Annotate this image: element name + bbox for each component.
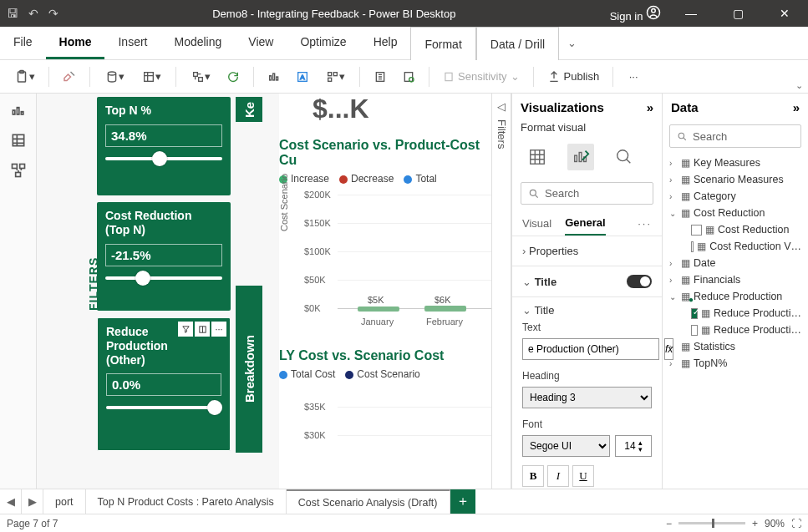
model-view-icon[interactable] [10, 162, 27, 179]
zoom-control[interactable]: − + 90% ⛶ [666, 518, 801, 529]
key-tab[interactable]: Ke [236, 97, 262, 122]
tabs-next-icon[interactable]: ▶ [22, 489, 43, 514]
more-visuals-button[interactable]: ▾ [319, 65, 351, 89]
zoom-slider[interactable] [678, 522, 745, 524]
menu-home[interactable]: Home [46, 27, 105, 59]
tab-general[interactable]: General [565, 211, 605, 236]
tab-visual[interactable]: Visual [522, 212, 551, 235]
reduceprod-title-l3: (Other) [106, 353, 221, 367]
chart1-axis: Cost Scenario $200K $150K $100K $50K $0K… [287, 190, 491, 323]
fit-page-icon[interactable]: ⛶ [791, 518, 801, 529]
report-view-icon[interactable] [10, 102, 27, 119]
menu-file[interactable]: File [0, 27, 46, 59]
title-text-input[interactable] [522, 338, 659, 360]
more-commands-button[interactable]: ··· [622, 65, 645, 89]
tabs-prev-icon[interactable]: ◀ [0, 489, 22, 514]
transform-button[interactable]: ▾ [185, 65, 216, 89]
menu-insert[interactable]: Insert [104, 27, 160, 59]
more-options-icon[interactable]: ··· [211, 322, 226, 337]
paste-button[interactable]: ▾ [8, 65, 40, 89]
text-box-button[interactable]: A [291, 65, 314, 89]
viz-search-input[interactable]: Search [521, 182, 653, 205]
viz-more-icon[interactable]: ··· [638, 217, 652, 230]
underline-button[interactable]: U [572, 465, 594, 487]
menu-modeling[interactable]: Modeling [160, 27, 235, 59]
table-view-icon[interactable] [10, 132, 27, 149]
topn-slider[interactable] [105, 157, 222, 160]
viz-subheader: Format visual [512, 121, 662, 139]
new-visual-button[interactable] [262, 65, 286, 89]
format-painter-button[interactable] [58, 65, 81, 89]
title-sub-row[interactable]: ⌄ Title [512, 297, 662, 318]
publish-button[interactable]: Publish [542, 70, 605, 84]
undo-icon[interactable]: ↶ [28, 7, 38, 20]
expand-filters-icon[interactable]: ◁ [497, 100, 506, 113]
tab-pareto[interactable]: Top N Product Costs : Pareto Analysis [86, 489, 287, 514]
tab-port[interactable]: port [43, 489, 86, 514]
redo-icon[interactable]: ↷ [48, 7, 58, 20]
get-data-button[interactable]: ▾ [99, 65, 130, 89]
font-select[interactable]: Segoe UI [522, 435, 610, 457]
collapse-viz-icon[interactable]: » [647, 100, 653, 114]
menu-datadrill[interactable]: Data / Drill [476, 27, 559, 60]
save-icon[interactable]: 🖫 [7, 7, 18, 20]
properties-row[interactable]: › Properties [512, 236, 662, 266]
viz-pane-title: Visualizations [521, 100, 604, 114]
minimize-button[interactable]: — [674, 7, 708, 20]
reduceproduction-card[interactable]: ··· Reduce Production (Other) 0.0% [97, 317, 231, 451]
bold-button[interactable]: B [522, 465, 544, 487]
node-key-measures[interactable]: ›▦Key Measures [668, 155, 803, 171]
node-cost-reduction-field[interactable]: ▦Cost Reduction [668, 221, 803, 238]
node-topn[interactable]: ›▦TopN% [668, 355, 803, 372]
node-statistics[interactable]: ›▦Statistics [668, 338, 803, 355]
menu-view[interactable]: View [235, 27, 287, 59]
filters-pane-collapsed[interactable]: ◁ Filters [491, 94, 511, 489]
node-financials[interactable]: ›▦Financials [668, 271, 803, 288]
node-date[interactable]: ›▦Date [668, 255, 803, 271]
analytics-icon[interactable] [611, 144, 638, 170]
menu-optimize[interactable]: Optimize [287, 27, 359, 59]
costreduction-slider[interactable] [105, 276, 222, 280]
node-category[interactable]: ›▦Category [668, 188, 803, 205]
maximize-button[interactable]: ▢ [721, 7, 755, 20]
breakdown-tab[interactable]: Breakdown [236, 286, 262, 453]
excel-button[interactable]: ▾ [135, 65, 167, 89]
italic-button[interactable]: I [547, 465, 569, 487]
title-toggle[interactable] [627, 275, 652, 288]
heading-select[interactable]: Heading 3 [522, 387, 652, 408]
signin-button[interactable]: Sign in [610, 5, 661, 23]
build-visual-icon[interactable] [524, 144, 551, 170]
costreduction-card[interactable]: Cost Reduction (Top N) -21.5% [97, 202, 231, 311]
menu-bar: File Home Insert Modeling View Optimize … [0, 27, 808, 60]
font-size-spinner[interactable]: 14 ▴▾ [615, 435, 652, 457]
node-cost-reduction-v[interactable]: ▦Cost Reduction V… [668, 238, 803, 255]
focus-mode-icon[interactable] [195, 322, 210, 337]
collapse-ribbon-icon[interactable]: ⌄ [795, 80, 803, 91]
zoom-out-icon[interactable]: − [666, 518, 672, 529]
menu-chevron-icon[interactable]: ⌄ [559, 27, 585, 59]
data-search-input[interactable]: Search [669, 124, 801, 148]
menu-help[interactable]: Help [360, 27, 411, 59]
collapse-data-icon[interactable]: » [793, 100, 800, 114]
report-canvas[interactable]: FILTERS Ke Breakdown Top N % 34.8% Cost … [37, 94, 491, 489]
svg-point-1 [652, 8, 656, 13]
node-reduce-prod-1[interactable]: ▦Reduce Producti… [668, 305, 803, 322]
node-cost-reduction[interactable]: ⌄▦Cost Reduction [668, 205, 803, 221]
chart2-legend: Total Cost Cost Scenario [279, 368, 491, 380]
close-button[interactable]: ✕ [768, 7, 801, 20]
tab-cost-scenario[interactable]: Cost Scenario Analysis (Draft) [287, 489, 450, 514]
topn-card[interactable]: Top N % 34.8% [97, 97, 231, 195]
add-page-button[interactable]: ＋ [450, 489, 475, 514]
format-visual-icon[interactable] [567, 144, 594, 170]
reduceprod-slider[interactable] [106, 406, 221, 409]
title-row[interactable]: ⌄ Title [512, 266, 662, 296]
new-measure-button[interactable] [368, 65, 392, 89]
node-scenario-measures[interactable]: ›▦Scenario Measures [668, 171, 803, 188]
zoom-in-icon[interactable]: + [752, 518, 758, 529]
visual-filter-icon[interactable] [178, 322, 193, 337]
refresh-button[interactable] [221, 65, 245, 89]
quick-measure-button[interactable] [397, 65, 420, 89]
node-reduce-prod-2[interactable]: ▦Reduce Producti… [668, 322, 803, 338]
menu-format[interactable]: Format [410, 27, 475, 60]
node-reduce-production[interactable]: ⌄▦●Reduce Production [668, 288, 803, 305]
